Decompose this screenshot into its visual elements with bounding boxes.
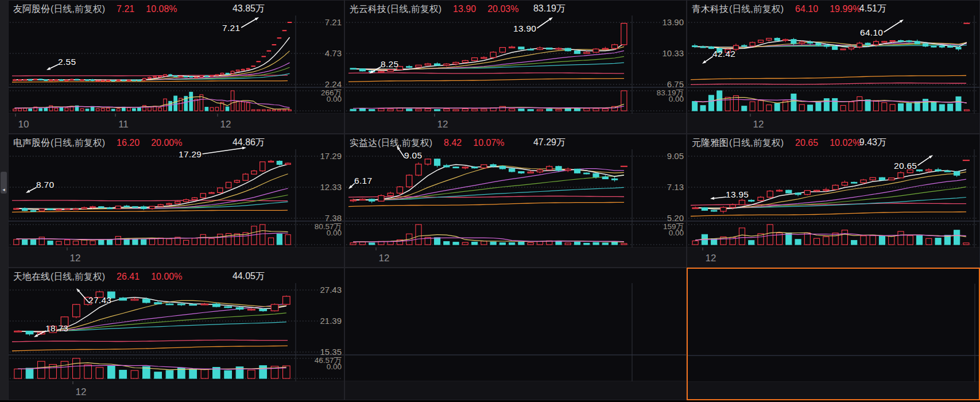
stock-name: 电声股份 <box>13 137 50 149</box>
turnover-value: 44.86万 <box>233 137 265 149</box>
month-label: 12 <box>374 253 394 264</box>
month-label: 12 <box>700 253 721 264</box>
candlestick-chart[interactable] <box>9 1 344 134</box>
candlestick-chart[interactable] <box>9 268 344 400</box>
period-label: (日线,前复权) <box>51 271 105 283</box>
period-label: (日线,前复权) <box>387 3 441 16</box>
price-annotation: 20.65 <box>894 161 917 171</box>
chart-title-bar: 元隆雅图(日线,前复权)20.6510.02% <box>692 137 861 149</box>
change-percent: 20.03% <box>487 4 518 14</box>
chart-cell-6[interactable]: 天地在线(日线,前复权)26.4110.00%44.05万27.4321.391… <box>8 268 344 400</box>
price-axis-label: 4.73 <box>300 48 342 58</box>
volume-axis-label: 0.00 <box>300 362 342 371</box>
chart-cell-5[interactable]: 元隆雅图(日线,前复权)20.6510.02%9.43万1213.9520.65 <box>687 134 980 268</box>
candlestick-chart[interactable] <box>9 134 344 268</box>
month-label: 12 <box>215 119 236 130</box>
turnover-value: 9.43万 <box>859 137 886 149</box>
price-axis-label: 21.39 <box>300 316 342 326</box>
price-axis-label: 17.29 <box>300 151 342 161</box>
volume-axis-label: 0.00 <box>642 95 684 103</box>
price-axis-label: 12.33 <box>300 182 342 192</box>
last-price: 20.65 <box>795 138 818 148</box>
chart-title-bar: 青木科技(日线,前复权)64.1019.99% <box>692 3 861 16</box>
chart-title-bar: 天地在线(日线,前复权)26.4110.00% <box>13 270 182 283</box>
chart-cell-1[interactable]: 光云科技(日线,前复权)13.9020.03%83.19万13.9010.336… <box>344 0 687 134</box>
last-price: 26.41 <box>117 272 140 282</box>
change-percent: 10.07% <box>473 138 504 148</box>
chart-cell-7[interactable] <box>344 268 687 400</box>
chart-cell-0[interactable]: 友阿股份(日线,前复权)7.2110.08%43.85万7.214.732.24… <box>8 0 344 134</box>
stock-multi-chart-app: ◂ 友阿股份(日线,前复权)7.2110.08%43.85万7.214.732.… <box>0 0 980 402</box>
stock-name: 青木科技 <box>692 3 729 16</box>
month-label: 12 <box>71 386 91 398</box>
month-label: 10 <box>13 119 34 130</box>
last-price: 7.21 <box>117 4 134 14</box>
volume-axis-label: 0.00 <box>300 229 342 237</box>
change-percent: 20.00% <box>151 138 182 148</box>
period-label: (日线,前复权) <box>729 137 784 149</box>
chart-cell-3[interactable]: 电声股份(日线,前复权)16.2020.00%44.86万17.2912.337… <box>8 134 344 268</box>
price-annotation: 2.55 <box>58 57 76 67</box>
price-annotation: 9.05 <box>404 150 422 161</box>
chart-cell-2[interactable]: 青木科技(日线,前复权)64.1019.99%4.51万1242.4264.10 <box>687 0 980 134</box>
price-axis-label: 13.90 <box>642 17 684 27</box>
price-axis-label: 7.13 <box>642 182 684 192</box>
price-annotation: 7.21 <box>222 23 240 33</box>
chart-title-bar: 实益达(日线,前复权)8.4210.07% <box>350 137 505 149</box>
stock-name: 天地在线 <box>13 271 50 283</box>
turnover-value: 44.05万 <box>233 270 265 283</box>
candlestick-chart[interactable] <box>687 134 980 268</box>
price-annotation: 8.70 <box>36 180 54 190</box>
price-annotation: 13.90 <box>513 24 536 34</box>
month-label: 12 <box>65 253 86 264</box>
price-annotation: 13.95 <box>726 190 749 200</box>
stock-name: 友阿股份 <box>13 3 50 16</box>
candlestick-chart[interactable] <box>687 1 980 134</box>
month-label: 12 <box>748 119 769 130</box>
chart-cell-4[interactable]: 实益达(日线,前复权)8.4210.07%47.29万9.057.135.201… <box>344 134 687 268</box>
change-percent: 19.99% <box>830 4 861 14</box>
price-axis-label: 10.33 <box>642 48 684 58</box>
stock-name: 元隆雅图 <box>692 137 729 149</box>
chevron-left-icon: ◂ <box>2 185 5 194</box>
price-annotation: 42.42 <box>712 49 735 59</box>
period-label: (日线,前复权) <box>51 3 105 16</box>
empty-chart-area[interactable] <box>345 268 687 400</box>
chart-title-bar: 电声股份(日线,前复权)16.2020.00% <box>13 137 182 149</box>
left-rail: ◂ <box>0 0 9 402</box>
change-percent: 10.08% <box>146 4 177 14</box>
chart-title-bar: 友阿股份(日线,前复权)7.2110.08% <box>13 3 177 16</box>
period-label: (日线,前复权) <box>51 137 105 149</box>
month-label: 11 <box>113 119 134 130</box>
price-axis-label: 9.05 <box>642 151 684 161</box>
volume-axis-label: 0.00 <box>300 95 342 103</box>
month-label: 12 <box>432 119 453 130</box>
last-price: 16.20 <box>117 138 140 148</box>
turnover-value: 47.29万 <box>533 137 565 149</box>
chart-cell-8[interactable] <box>687 268 980 400</box>
price-annotation: 18.73 <box>45 323 68 334</box>
price-annotation: 8.25 <box>381 59 398 69</box>
price-annotation: 17.29 <box>179 149 202 160</box>
turnover-value: 83.19万 <box>533 3 565 15</box>
price-annotation: 6.17 <box>354 176 372 186</box>
turnover-value: 43.85万 <box>233 3 265 15</box>
change-percent: 10.02% <box>830 138 861 148</box>
price-axis-label: 27.43 <box>300 285 342 295</box>
candlestick-chart[interactable] <box>345 134 687 268</box>
last-price: 8.42 <box>444 138 462 148</box>
period-label: (日线,前复权) <box>729 3 784 16</box>
period-label: (日线,前复权) <box>378 137 432 149</box>
chart-title-bar: 光云科技(日线,前复权)13.9020.03% <box>350 3 518 16</box>
last-price: 64.10 <box>795 4 818 14</box>
stock-name: 光云科技 <box>350 3 386 16</box>
empty-chart-area[interactable] <box>688 269 980 400</box>
price-axis-label: 7.21 <box>300 17 342 27</box>
price-annotation: 27.43 <box>88 295 111 306</box>
turnover-value: 4.51万 <box>859 3 886 15</box>
volume-axis-label: 0.00 <box>642 229 684 237</box>
change-percent: 10.00% <box>151 272 182 282</box>
sidebar-collapse-handle[interactable]: ◂ <box>1 172 7 194</box>
price-annotation: 64.10 <box>860 28 883 38</box>
last-price: 13.90 <box>453 4 476 14</box>
